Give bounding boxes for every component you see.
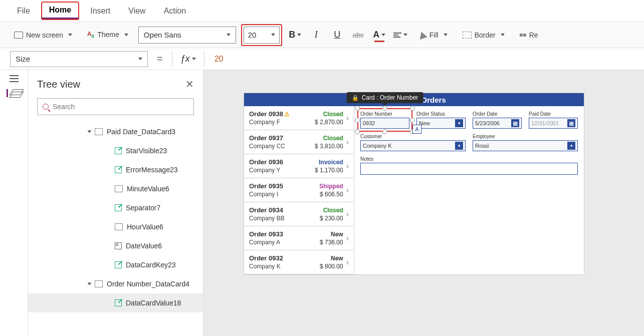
order-status: New xyxy=(331,231,343,238)
notes-label: Notes xyxy=(360,156,578,162)
text-badge[interactable]: A xyxy=(412,125,421,134)
edit-node-icon xyxy=(115,204,122,211)
ribbon: New screen Aa Theme Open Sans 20 B I U a… xyxy=(0,22,644,48)
order-form: Card : Order Number Order Number 0932 A … xyxy=(354,106,584,274)
tree-caret-icon xyxy=(88,283,92,285)
order-list-item[interactable]: Order 0935Company IShipped$ 606.50› xyxy=(244,178,354,202)
input-node-icon xyxy=(115,185,123,192)
new-screen-label: New screen xyxy=(26,31,63,39)
customer-select[interactable]: Company K▾ xyxy=(360,140,466,151)
border-button[interactable]: Border xyxy=(458,31,510,39)
reorder-icon xyxy=(520,34,526,37)
chevron-down-icon xyxy=(138,58,142,60)
warning-icon: ⚠ xyxy=(284,111,290,118)
search-icon xyxy=(43,104,49,110)
tree-node-label: DateValue6 xyxy=(126,242,162,250)
order-date-label: Order Date xyxy=(473,111,522,117)
order-id: Order 0938⚠ xyxy=(249,110,290,118)
align-icon xyxy=(393,33,401,38)
theme-label: Theme xyxy=(97,31,119,39)
align-button[interactable] xyxy=(392,27,408,43)
tree-node[interactable]: DataCardKey23 xyxy=(28,255,203,274)
employee-label: Employee xyxy=(473,134,578,139)
property-name: Size xyxy=(16,55,30,63)
customer-card[interactable]: Customer Company K▾ xyxy=(360,134,466,151)
formula-input[interactable]: 20 xyxy=(209,55,634,64)
tree-node[interactable]: MinuteValue6 xyxy=(28,179,203,198)
order-status-select[interactable]: New▾ xyxy=(416,118,466,129)
order-list-item[interactable]: Order 0932Company KNew$ 800.00› xyxy=(244,250,354,274)
tree-node[interactable]: Order Number_DataCard4 xyxy=(28,274,203,293)
chevron-right-icon: › xyxy=(346,234,349,243)
order-number-value[interactable]: 0932 xyxy=(360,118,409,129)
chevron-right-icon: › xyxy=(346,114,349,123)
strike-button[interactable]: abc xyxy=(350,27,366,43)
chevron-down-icon xyxy=(124,34,128,36)
font-size-select[interactable]: 20 xyxy=(244,27,280,44)
tree-node[interactable]: Paid Date_DataCard3 xyxy=(28,122,203,141)
tree-node-label: Paid Date_DataCard3 xyxy=(107,128,175,136)
property-select[interactable]: Size xyxy=(10,51,148,67)
order-list-item[interactable]: Order 0933Company ANew$ 736.00› xyxy=(244,226,354,250)
tree-node[interactable]: HourValue6 xyxy=(28,217,203,236)
tree-list: Paid Date_DataCard3StarVisible23ErrorMes… xyxy=(28,120,203,336)
order-id: Order 0932 xyxy=(249,254,283,262)
new-screen-button[interactable]: New screen xyxy=(9,31,77,39)
menu-view[interactable]: View xyxy=(121,4,152,19)
tree-node[interactable]: DateValue6 xyxy=(28,236,203,255)
order-date-card[interactable]: Order Date 5/23/2006▦ xyxy=(473,111,522,129)
chevron-down-icon xyxy=(68,34,72,36)
order-list-item[interactable]: Order 0936Company YInvoiced$ 1,170.00› xyxy=(244,154,354,178)
reorder-button[interactable]: Re xyxy=(515,31,543,39)
employee-select[interactable]: Rossi▾ xyxy=(473,140,578,151)
tree-node-label: HourValue6 xyxy=(127,223,163,231)
font-color-button[interactable]: A xyxy=(371,27,387,43)
tree-node[interactable]: ErrorMessage23 xyxy=(28,160,203,179)
lock-icon xyxy=(352,94,359,101)
tree-node[interactable]: DataCardValue18 xyxy=(28,293,203,312)
notes-input[interactable] xyxy=(360,163,578,175)
border-icon xyxy=(463,32,472,39)
company-name: Company CC xyxy=(249,143,285,150)
tree-node-label: DataCardKey23 xyxy=(126,261,176,269)
menu-file[interactable]: File xyxy=(10,4,37,19)
tree-node[interactable]: Separator7 xyxy=(28,198,203,217)
paid-date-input[interactable]: 12/31/2001▦ xyxy=(529,118,578,129)
font-select[interactable]: Open Sans xyxy=(138,27,236,44)
order-date-input[interactable]: 5/23/2006▦ xyxy=(473,118,522,129)
chevron-down-icon xyxy=(444,34,448,36)
paid-date-card[interactable]: Paid Date 12/31/2001▦ xyxy=(529,111,578,129)
search-input[interactable] xyxy=(53,103,188,111)
tree-view-rail-button[interactable] xyxy=(7,89,21,97)
order-list-item[interactable]: Order 0937Company CCClosed$ 3,810.00› xyxy=(244,130,354,154)
dropdown-icon: ▾ xyxy=(455,119,463,127)
fill-label: Fill xyxy=(430,31,439,39)
fx-button[interactable]: ƒx xyxy=(177,54,199,64)
underline-button[interactable]: U xyxy=(329,27,345,43)
order-amount: $ 606.50 xyxy=(320,191,343,198)
edit-node-icon xyxy=(115,299,122,306)
bold-button[interactable]: B xyxy=(287,27,303,43)
order-list-item[interactable]: Order 0938⚠Company FClosed$ 2,870.00› xyxy=(244,106,354,130)
tree-node[interactable]: StarVisible23 xyxy=(28,141,203,160)
italic-button[interactable]: I xyxy=(308,27,324,43)
dropdown-icon: ▾ xyxy=(567,142,575,150)
hamburger-icon[interactable] xyxy=(10,78,19,79)
order-id: Order 0936 xyxy=(249,158,283,166)
fill-button[interactable]: Fill xyxy=(413,31,453,39)
chevron-down-icon xyxy=(501,34,505,36)
notes-card[interactable]: Notes xyxy=(360,156,578,175)
menu-action[interactable]: Action xyxy=(157,4,193,19)
menu-home[interactable]: Home xyxy=(42,3,78,19)
theme-button[interactable]: Aa Theme xyxy=(82,31,133,39)
chevron-down-icon xyxy=(403,34,407,36)
order-number-card[interactable]: Card : Order Number Order Number 0932 A xyxy=(360,111,409,129)
order-list-item[interactable]: Order 0934Company BBClosed$ 230.00› xyxy=(244,202,354,226)
employee-card[interactable]: Employee Rossi▾ xyxy=(473,134,578,151)
order-status-label: Order Status xyxy=(416,111,466,117)
tree-search[interactable] xyxy=(37,98,194,115)
close-tree-button[interactable]: ✕ xyxy=(185,78,194,90)
chevron-down-icon xyxy=(192,58,196,60)
menu-insert[interactable]: Insert xyxy=(83,4,117,19)
order-status-card[interactable]: Order Status New▾ xyxy=(416,111,466,129)
